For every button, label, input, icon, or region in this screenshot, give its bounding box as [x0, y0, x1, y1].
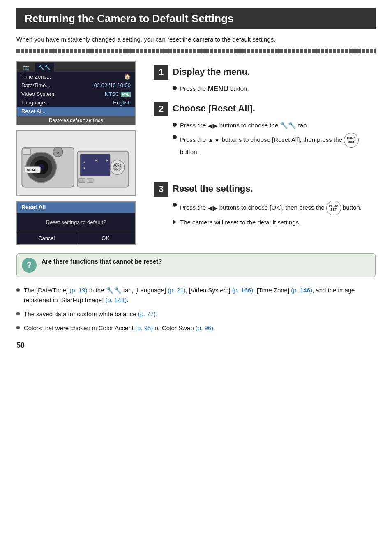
link-p77: (p. 77) — [138, 310, 156, 317]
menu-icon: MENU — [208, 84, 228, 95]
svg-text:▲: ▲ — [83, 160, 86, 164]
svg-rect-11 — [80, 154, 110, 176]
wrench-tab-ref: 🔧🔧 — [106, 287, 122, 294]
menu-rows: Time Zone... 🏠 Date/Time... 02.02.'10 10… — [17, 72, 135, 116]
svg-text:SET: SET — [115, 167, 120, 170]
step1-number: 1 — [154, 65, 168, 80]
question-icon: ? — [22, 258, 37, 273]
link-p19: (p. 19) — [69, 287, 87, 294]
main-layout: 📷 🔧🔧 Time Zone... 🏠 Date/Time... 02.02.'… — [16, 61, 376, 245]
dialog-ok-btn: OK — [76, 232, 135, 244]
link-p95: (p. 95) — [135, 324, 153, 331]
step3-bullet1-text: Press the ◀▶ buttons to choose [OK], the… — [180, 201, 362, 215]
func-set-icon2: FUNCSET — [326, 201, 341, 215]
step2-bullet2-text: Press the ▲▼ buttons to choose [Reset Al… — [180, 133, 376, 157]
bullet-circle-icon — [173, 123, 177, 127]
svg-rect-5 — [23, 148, 30, 154]
link-p96: (p. 96) — [196, 324, 213, 331]
bullet-circle-icon — [173, 86, 177, 90]
bottom-bullet-2-text: The saved data for custom white balance … — [24, 309, 157, 319]
camera-illustration: MENU P ▲ ▼ ◀ ▶ FUNC SET — [16, 130, 136, 196]
step3-number: 3 — [154, 182, 168, 197]
menu-row-language: Language... English — [17, 98, 135, 107]
step2-header: 2 Choose [Reset All]. — [154, 102, 376, 116]
section-divider — [16, 49, 376, 53]
arrows-lr-icon2: ◀▶ — [208, 204, 218, 213]
link-p143: (p. 143) — [105, 296, 127, 303]
bullet-circle-icon — [173, 203, 177, 207]
menu-row-resetall: Reset All... — [17, 107, 135, 116]
step2-content: Press the ◀▶ buttons to choose the 🔧🔧 ta… — [154, 120, 376, 157]
step3-title: Reset the settings. — [173, 182, 253, 194]
step1-header: 1 Display the menu. — [154, 65, 376, 80]
step3-bullet2: The camera will reset to the default set… — [173, 218, 376, 227]
step2-bullet1-text: Press the ◀▶ buttons to choose the 🔧🔧 ta… — [180, 120, 309, 130]
step1-bullet1-text: Press the MENU button. — [180, 84, 249, 95]
bullet-circle-icon — [173, 135, 177, 139]
menu-tooltip: Restores default settings — [17, 116, 135, 125]
link-p21: (p. 21) — [168, 287, 185, 294]
svg-text:▶: ▶ — [106, 158, 109, 162]
menu-row-timezone: Time Zone... 🏠 — [17, 72, 135, 81]
link-p146: (p. 146) — [291, 287, 312, 294]
menu-screenshot: 📷 🔧🔧 Time Zone... 🏠 Date/Time... 02.02.'… — [16, 61, 136, 125]
menu-tabs: 📷 🔧🔧 — [17, 62, 135, 72]
svg-text:◀: ◀ — [95, 158, 98, 162]
arrows-lr-icon: ◀▶ — [208, 121, 218, 131]
dialog-cancel-btn: Cancel — [17, 232, 76, 244]
bottom-bullets: The [Date/Time] (p. 19) in the 🔧🔧 tab, [… — [16, 285, 376, 333]
svg-rect-20 — [79, 178, 85, 183]
bottom-bullet-2: The saved data for custom white balance … — [16, 309, 376, 319]
step3-bullet1: Press the ◀▶ buttons to choose [OK], the… — [173, 201, 376, 215]
wrench-tab-icon: 🔧🔧 — [280, 121, 296, 129]
bullet-dot — [16, 326, 20, 329]
step3-content: Press the ◀▶ buttons to choose [OK], the… — [154, 201, 376, 227]
step3-section: 3 Reset the settings. Press the ◀▶ butto… — [154, 182, 376, 227]
step1-title: Display the menu. — [173, 65, 250, 77]
menu-tab-camera: 📷 — [20, 63, 32, 72]
bottom-bullet-3: Colors that were chosen in Color Accent … — [16, 323, 376, 333]
arrows-ud-icon: ▲▼ — [208, 136, 220, 145]
step1-bullet1: Press the MENU button. — [173, 84, 376, 95]
bullet-triangle-icon — [173, 220, 177, 224]
step2-number: 2 — [154, 102, 168, 116]
bottom-bullet-3-text: Colors that were chosen in Color Accent … — [24, 323, 215, 333]
menu-tab-settings: 🔧🔧 — [35, 63, 54, 72]
dialog-body: Reset settings to default? — [17, 213, 135, 232]
page-number: 50 — [16, 341, 376, 350]
note-title: Are there functions that cannot be reset… — [42, 258, 162, 265]
step1-section: 1 Display the menu. Press the MENU butto… — [154, 65, 376, 95]
dialog-buttons: Cancel OK — [17, 232, 135, 244]
note-content: Are there functions that cannot be reset… — [42, 258, 162, 265]
svg-text:MENU: MENU — [27, 168, 37, 172]
link-p166: (p. 166) — [232, 287, 254, 294]
right-column: 1 Display the menu. Press the MENU butto… — [154, 61, 376, 245]
step2-title: Choose [Reset All]. — [173, 102, 255, 114]
menu-row-videosystem: Video System NTSC PAL — [17, 90, 135, 98]
left-column: 📷 🔧🔧 Time Zone... 🏠 Date/Time... 02.02.'… — [16, 61, 144, 245]
step1-content: Press the MENU button. — [154, 84, 376, 95]
step3-header: 3 Reset the settings. — [154, 182, 376, 197]
page-title: Returning the Camera to Default Settings — [16, 8, 376, 29]
step3-bullet2-text: The camera will reset to the default set… — [180, 218, 300, 227]
step2-section: 2 Choose [Reset All]. Press the ◀▶ butto… — [154, 102, 376, 157]
dialog-title: Reset All — [17, 202, 135, 213]
step2-bullet2: Press the ▲▼ buttons to choose [Reset Al… — [173, 133, 376, 157]
bullet-dot — [16, 288, 20, 292]
svg-text:▼: ▼ — [83, 166, 86, 170]
func-set-icon: FUNCSET — [344, 133, 359, 148]
bullet-dot — [16, 312, 20, 315]
note-box: ? Are there functions that cannot be res… — [16, 253, 376, 277]
svg-rect-21 — [87, 178, 93, 183]
bottom-bullet-1: The [Date/Time] (p. 19) in the 🔧🔧 tab, [… — [16, 285, 376, 305]
svg-text:FUNC: FUNC — [114, 164, 122, 167]
bottom-bullet-1-text: The [Date/Time] (p. 19) in the 🔧🔧 tab, [… — [24, 285, 376, 305]
svg-text:P: P — [56, 150, 59, 155]
dialog-screenshot: Reset All Reset settings to default? Can… — [16, 201, 136, 245]
intro-text: When you have mistakenly changed a setti… — [16, 35, 376, 44]
menu-row-datetime: Date/Time... 02.02.'10 10:00 — [17, 81, 135, 90]
step2-bullet1: Press the ◀▶ buttons to choose the 🔧🔧 ta… — [173, 120, 376, 130]
